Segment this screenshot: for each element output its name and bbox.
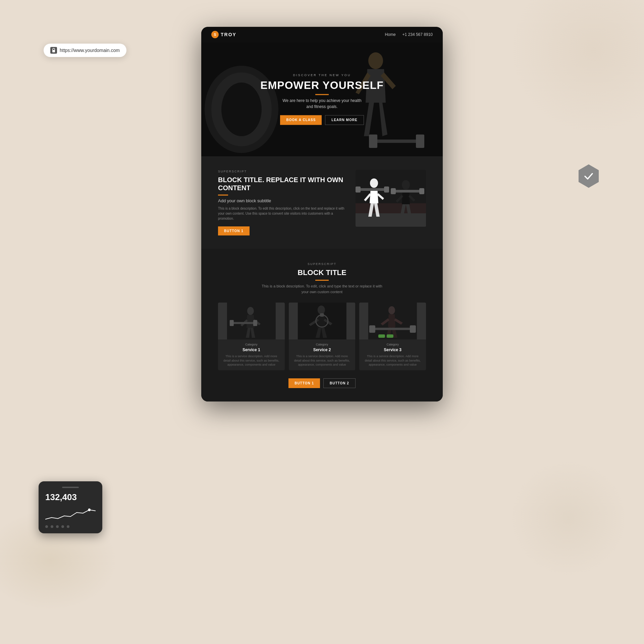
block2-button1[interactable]: BUTTON 1 xyxy=(288,378,320,388)
nav-home-link[interactable]: Home xyxy=(385,32,396,37)
svg-rect-34 xyxy=(410,325,416,333)
block2-description: This is a block description. To edit, cl… xyxy=(258,283,386,294)
hero-title: EMPOWER YOURSELF xyxy=(237,79,407,91)
block1-image xyxy=(356,170,426,227)
svg-rect-0 xyxy=(52,50,55,52)
stats-dot xyxy=(45,525,48,528)
svg-point-6 xyxy=(368,52,383,69)
service-info-3: Category Service 3 This is a service des… xyxy=(359,339,426,370)
svg-rect-36 xyxy=(387,334,393,338)
service2-name: Service 2 xyxy=(293,347,352,352)
url-text: https://www.yourdomain.com xyxy=(60,48,120,53)
url-bar: https://www.yourdomain.com xyxy=(44,44,126,57)
block1-divider xyxy=(218,195,228,196)
nav-links: Home +1 234 567 8910 xyxy=(385,32,433,37)
svg-rect-33 xyxy=(369,325,375,333)
browser-window: S TROY Home +1 234 567 8910 xyxy=(201,27,443,401)
service1-name: Service 1 xyxy=(222,347,281,352)
service3-desc: This is a service description. Add more … xyxy=(363,354,422,367)
navigation: S TROY Home +1 234 567 8910 xyxy=(201,27,443,42)
block1-subtitle: Add your own block subtitle xyxy=(218,198,345,203)
block1-title: BLOCK TITLE. REPLACE IT WITH OWN CONTENT xyxy=(218,176,345,192)
hero-content: DISCOVER THE NEW YOU EMPOWER YOURSELF We… xyxy=(237,73,407,125)
svg-rect-16 xyxy=(384,186,389,193)
block-section-1: SUPERSCRIPT BLOCK TITLE. REPLACE IT WITH… xyxy=(201,156,443,249)
service3-name: Service 3 xyxy=(363,347,422,352)
block2-superscript: SUPERSCRIPT xyxy=(218,262,426,266)
service-info-2: Category Service 2 This is a service des… xyxy=(289,339,356,370)
drag-handle xyxy=(62,487,79,488)
svg-point-1 xyxy=(88,508,91,511)
book-class-button[interactable]: BOOK A CLASS xyxy=(280,115,322,125)
svg-rect-24 xyxy=(230,320,234,326)
learn-more-button[interactable]: LEARN MORE xyxy=(325,115,364,125)
block1-superscript: SUPERSCRIPT xyxy=(218,170,345,173)
lock-icon xyxy=(50,47,57,54)
logo-icon: S xyxy=(211,31,219,38)
hero-subtitle: We are here to help you achieve your hea… xyxy=(237,98,407,110)
bg-decoration-3 xyxy=(510,460,627,577)
svg-rect-35 xyxy=(378,334,385,338)
service-image-1 xyxy=(218,303,285,339)
hero-superscript: DISCOVER THE NEW YOU xyxy=(237,73,407,77)
svg-rect-9 xyxy=(416,135,424,148)
svg-rect-20 xyxy=(419,188,424,194)
service-card-1: Category Service 1 This is a service des… xyxy=(218,303,285,370)
hero-buttons: BOOK A CLASS LEARN MORE xyxy=(237,115,407,125)
service-card-3: Category Service 3 This is a service des… xyxy=(359,303,426,370)
svg-rect-19 xyxy=(391,188,396,194)
stats-dot xyxy=(61,525,64,528)
services-grid: Category Service 1 This is a service des… xyxy=(218,303,426,370)
svg-rect-7 xyxy=(376,140,423,143)
stats-dot xyxy=(56,525,59,528)
stats-dot xyxy=(67,525,69,528)
svg-rect-12 xyxy=(356,213,426,227)
service1-category: Category xyxy=(222,343,281,346)
service3-category: Category xyxy=(363,343,422,346)
block2-title: BLOCK TITLE xyxy=(218,268,426,277)
block2-button2[interactable]: BUTTON 2 xyxy=(323,378,356,388)
svg-point-27 xyxy=(318,306,325,314)
service2-desc: This is a service description. Add more … xyxy=(293,354,352,367)
bg-decoration-1 xyxy=(510,0,644,134)
block2-divider xyxy=(315,280,329,281)
service1-desc: This is a service description. Add more … xyxy=(222,354,281,367)
service-image-2 xyxy=(289,303,356,339)
stats-dots xyxy=(45,525,96,528)
svg-rect-25 xyxy=(253,320,257,326)
block1-image-inner xyxy=(356,170,426,227)
service-info-1: Category Service 1 This is a service des… xyxy=(218,339,285,370)
section-buttons: BUTTON 1 BUTTON 2 xyxy=(218,378,426,388)
svg-rect-32 xyxy=(370,328,415,330)
svg-point-22 xyxy=(247,307,254,315)
hero-section: DISCOVER THE NEW YOU EMPOWER YOURSELF We… xyxy=(201,42,443,156)
svg-point-17 xyxy=(402,180,410,190)
logo-name: TROY xyxy=(221,32,236,37)
block-section-2: SUPERSCRIPT BLOCK TITLE This is a block … xyxy=(201,249,443,401)
block1-description: This is a block description. To edit thi… xyxy=(218,206,345,221)
stats-chart xyxy=(45,506,96,523)
service-image-3 xyxy=(359,303,426,339)
service-card-2: Category Service 2 This is a service des… xyxy=(289,303,356,370)
svg-rect-8 xyxy=(369,135,377,148)
stats-number: 132,403 xyxy=(45,492,96,502)
svg-rect-15 xyxy=(356,186,361,193)
stats-dot xyxy=(51,525,53,528)
service2-category: Category xyxy=(293,343,352,346)
svg-rect-29 xyxy=(320,313,324,317)
block1-button[interactable]: BUTTON 1 xyxy=(218,226,250,235)
check-badge xyxy=(577,164,600,188)
svg-point-31 xyxy=(388,306,395,314)
logo: S TROY xyxy=(211,31,236,38)
block-content-1: SUPERSCRIPT BLOCK TITLE. REPLACE IT WITH… xyxy=(218,170,345,235)
hero-divider xyxy=(315,94,329,95)
nav-phone: +1 234 567 8910 xyxy=(402,32,433,37)
svg-point-13 xyxy=(370,178,378,188)
stats-widget: 132,403 xyxy=(39,481,102,533)
